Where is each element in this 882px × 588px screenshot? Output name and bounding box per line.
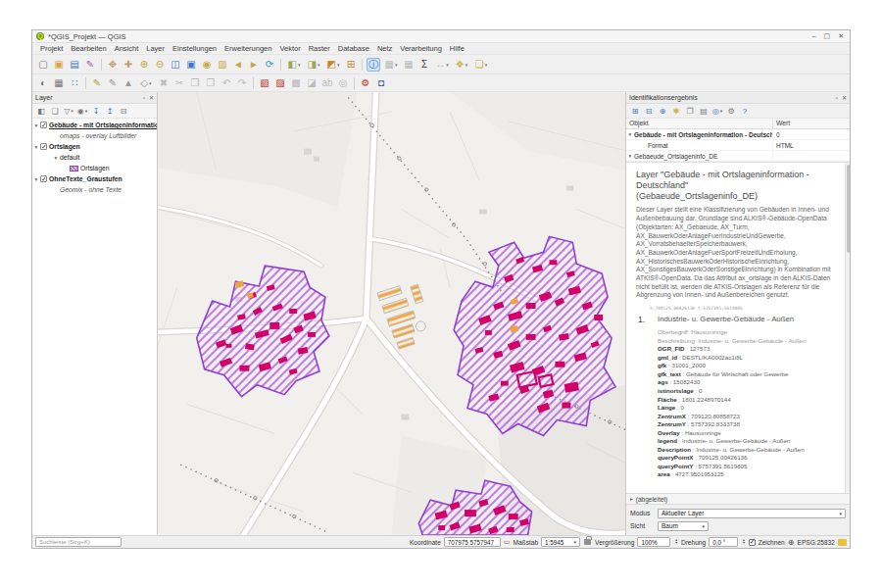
redo-icon[interactable]: ↷ [235, 76, 249, 90]
expand-icon[interactable]: ▾ [32, 176, 40, 182]
spinner-arrows-icon[interactable]: ▲▼ [674, 539, 677, 546]
layer-item-ortslagen[interactable]: ▾Ortslagen [32, 141, 157, 152]
expand-icon[interactable]: ▾ [626, 153, 634, 159]
identify-row[interactable]: ▾Gebaeude_Ortslageninfo_DE [626, 151, 850, 162]
messages-icon[interactable] [838, 539, 847, 546]
identify-mode-icon[interactable]: ◎▾ [711, 105, 723, 117]
zoom-out-icon[interactable]: ⊖ [153, 58, 167, 72]
identify-row[interactable]: FormatHTML [626, 140, 850, 151]
modus-combobox[interactable]: Aktueller Layer▾ [658, 509, 846, 518]
select-features-icon[interactable]: ▦▾ [382, 58, 400, 72]
crs-globe-icon[interactable]: ⊕ [788, 538, 795, 547]
menu-erweiterungen[interactable]: Erweiterungen [220, 44, 275, 53]
measure-icon[interactable]: ↔▾ [433, 58, 451, 72]
spinner-arrows-icon[interactable]: ▲▼ [742, 539, 745, 546]
layer-item-ohnetexte-graustufen[interactable]: ▾OhneTexte_Graustufen [32, 173, 157, 184]
menu-vektor[interactable]: Vektor [275, 44, 304, 53]
extent-toggle-icon[interactable]: ▭ [504, 538, 511, 546]
cut-features-icon[interactable]: ✂ [172, 76, 186, 90]
locator-search-input[interactable]: Suchleiste (Strg+K) [35, 537, 122, 547]
layer-visibility-checkbox[interactable] [40, 175, 47, 182]
map-refresh-icon[interactable]: ⟳ [263, 58, 276, 72]
minimize-icon[interactable]: – [812, 32, 816, 40]
zeichnen-checkbox[interactable] [749, 539, 756, 546]
menu-einstellungen[interactable]: Einstellungen [169, 44, 220, 53]
expand-tree-icon[interactable]: ⊞ [629, 105, 641, 117]
vergroesserung-spinner[interactable]: 100% [637, 537, 670, 547]
close-panel-icon[interactable]: ✕ [842, 94, 847, 101]
vertex-tool-icon[interactable]: ◇▾ [137, 76, 155, 90]
expand-icon[interactable]: ▾ [52, 155, 60, 161]
close-icon[interactable]: ✕ [838, 32, 844, 40]
menu-netz[interactable]: Netz [373, 44, 396, 53]
map-themes-icon[interactable]: ◉▾ [76, 105, 88, 117]
clear-results-icon[interactable]: ✱ [670, 105, 682, 117]
expand-icon[interactable]: ▾ [626, 131, 634, 137]
new-shapefile-layer-icon[interactable]: ◨▾ [305, 58, 322, 72]
print-response-icon[interactable]: ▤ [698, 105, 710, 117]
deselect-all-icon[interactable]: ▩ [289, 76, 303, 90]
copy-features-icon[interactable]: ❐ [188, 76, 202, 90]
remove-layer-icon[interactable]: ⊟ [118, 105, 129, 117]
epsg-label[interactable]: EPSG:25832 [798, 539, 836, 546]
open-layer-styling-icon[interactable]: ◧ [35, 105, 47, 117]
collapse-all-icon[interactable]: ↥ [104, 105, 116, 117]
expand-icon[interactable]: ▾ [32, 144, 40, 150]
layer-item-geomix-ohne-texte[interactable]: Geomix - ohne Texte [32, 184, 157, 195]
float-panel-icon[interactable]: ▫ [143, 95, 145, 101]
project-save-icon[interactable]: ▤ [68, 58, 81, 72]
menu-bearbeiten[interactable]: Bearbeiten [67, 44, 110, 53]
toggle-editing-icon[interactable]: ✎ [90, 76, 104, 90]
project-new-icon[interactable]: ▢ [36, 58, 50, 72]
help-icon[interactable]: ? [739, 105, 751, 117]
zoom-in-icon[interactable]: ⊕ [137, 58, 151, 72]
expand-icon[interactable]: ▾ [32, 122, 40, 128]
filter-legend-icon[interactable]: ▽▾ [63, 105, 74, 117]
zoom-last-icon[interactable]: ◄ [231, 58, 245, 72]
identify-settings-icon[interactable]: ⚙ [725, 105, 737, 117]
save-layer-edits-icon[interactable]: ✎ [106, 76, 120, 90]
menu-layer[interactable]: Layer [142, 44, 169, 53]
massstab-combobox[interactable]: 1:5945▾ [541, 537, 580, 547]
derived-attributes-row[interactable]: ▸ (abgeleitet) [626, 493, 850, 504]
new-geopackage-layer-icon[interactable]: ◧▾ [285, 58, 303, 72]
menu-ansicht[interactable]: Ansicht [111, 44, 143, 53]
menu-projekt[interactable]: Projekt [36, 44, 67, 53]
expand-new-results-icon[interactable]: ⊕ [657, 105, 668, 117]
identify-features-icon[interactable]: ⓘ [367, 58, 380, 72]
menu-database[interactable]: Database [334, 44, 373, 53]
delete-selected-icon[interactable]: ✖ [157, 76, 171, 90]
zoom-to-selection-icon[interactable]: ◉ [200, 58, 214, 72]
label-pin-icon[interactable]: ◎ [336, 76, 350, 90]
add-group-icon[interactable]: ❏ [49, 105, 61, 117]
undo-icon[interactable]: ↶ [220, 76, 233, 90]
pan-map-icon[interactable]: ✥ [106, 58, 120, 72]
layer-visibility-checkbox[interactable] [40, 143, 47, 150]
close-panel-icon[interactable]: ✕ [149, 94, 154, 101]
menu-raster[interactable]: Raster [305, 44, 334, 53]
layer-styling-icon[interactable]: ◐ [36, 76, 50, 90]
paste-features-icon[interactable]: ❒ [204, 76, 218, 90]
new-bookmark-icon[interactable]: ❏▾ [472, 58, 490, 72]
sicht-combobox[interactable]: Baum▾ [658, 521, 709, 531]
float-panel-icon[interactable]: ▫ [836, 95, 838, 101]
scrollbar[interactable] [845, 163, 850, 493]
layer-visibility-checkbox[interactable] [40, 122, 47, 128]
zoom-next-icon[interactable]: ► [247, 58, 261, 72]
select-polygon-icon[interactable]: ▨ [273, 76, 287, 90]
expand-all-icon[interactable]: ↧ [90, 105, 102, 117]
select-invert-icon[interactable]: ◪ [305, 76, 318, 90]
layer-item-default[interactable]: ▾default [32, 152, 157, 163]
processing-toolbox-icon[interactable]: ⚙ [359, 76, 372, 90]
add-feature-icon[interactable]: ▲ [122, 76, 135, 90]
statistics-icon[interactable]: Σ [417, 58, 431, 72]
osm-tools-icon[interactable]: ◘ [374, 76, 388, 90]
zoom-native-icon[interactable]: ◫ [169, 58, 182, 72]
identify-row[interactable]: ▾Gebäude - mit Ortslageninformation - De… [626, 129, 850, 140]
datasource-manager-icon[interactable]: ⊞ [344, 58, 358, 72]
layer-item-omaps-overlay-luftbilder[interactable]: omaps - overlay Luftbilder [32, 130, 157, 141]
copy-feature-icon[interactable]: ❐ [684, 105, 696, 117]
zoom-to-layer-icon[interactable]: ▥ [216, 58, 229, 72]
pan-to-selection-icon[interactable]: ✚ [122, 58, 135, 72]
maximize-icon[interactable]: ▢ [824, 32, 831, 40]
